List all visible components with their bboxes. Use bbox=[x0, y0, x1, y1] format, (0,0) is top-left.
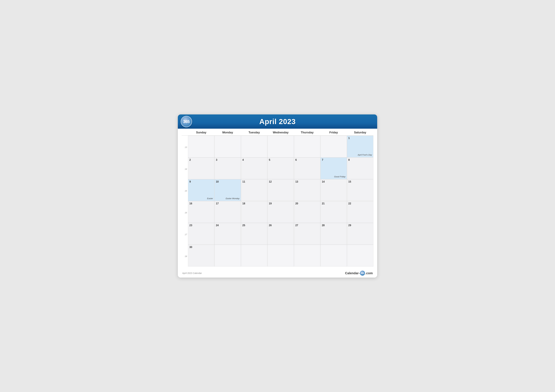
cal-cell-day-7: 7Good Friday bbox=[320, 157, 347, 179]
week-number-13: 13 bbox=[182, 145, 188, 149]
cal-cell-day-4: 4 bbox=[241, 157, 267, 179]
date-number: 29 bbox=[348, 224, 372, 227]
holiday-label-april-fool's-day: April Fool's Day bbox=[358, 154, 372, 156]
cal-cell-day-empty bbox=[347, 245, 373, 266]
cal-cell-day-22: 22 bbox=[347, 201, 373, 223]
day-header-saturday: Saturday bbox=[347, 129, 373, 135]
holiday-label-easter-monday: Easter Monday bbox=[226, 197, 239, 200]
date-number: 2 bbox=[189, 158, 213, 161]
date-number: 3 bbox=[216, 158, 239, 161]
date-number: 6 bbox=[295, 158, 319, 161]
date-number: 15 bbox=[348, 180, 372, 183]
date-number: 26 bbox=[269, 224, 292, 227]
date-number: 20 bbox=[295, 202, 319, 205]
cal-cell-day-6: 6 bbox=[294, 157, 320, 179]
cal-cell-day-12: 12 bbox=[267, 179, 294, 201]
date-number: 16 bbox=[189, 202, 213, 205]
cal-cell-day-2: 2 bbox=[188, 157, 214, 179]
date-number: 7 bbox=[322, 158, 345, 161]
cal-cell-day-11: 11 bbox=[241, 179, 267, 201]
date-number: 5 bbox=[269, 158, 292, 161]
cal-cell-day-16: 16 bbox=[188, 201, 214, 223]
calendar-page: 365 April 2023 Sunday Monday Tuesday Wed… bbox=[178, 114, 377, 278]
cal-cell-day-empty bbox=[188, 136, 214, 157]
date-number: 23 bbox=[189, 224, 213, 227]
cal-cell-day-20: 20 bbox=[294, 201, 320, 223]
date-number: 14 bbox=[322, 180, 345, 183]
cal-cell-day-empty bbox=[320, 245, 347, 266]
calendar-title: April 2023 bbox=[259, 117, 296, 126]
cal-cell-day-28: 28 bbox=[320, 223, 347, 245]
cal-cell-day-29: 29 bbox=[347, 223, 373, 245]
logo-text: 365 bbox=[183, 119, 190, 124]
date-number: 4 bbox=[242, 158, 266, 161]
cal-cell-day-10: 10Easter Monday bbox=[214, 179, 241, 201]
date-number: 1 bbox=[348, 137, 372, 140]
cal-cell-day-empty bbox=[294, 136, 320, 157]
logo-badge: 365 bbox=[181, 116, 192, 127]
cal-cell-day-1: 1April Fool's Day bbox=[347, 136, 373, 157]
week-number-16: 16 bbox=[182, 210, 188, 214]
day-header-tuesday: Tuesday bbox=[241, 129, 267, 135]
cal-cell-day-3: 3 bbox=[214, 157, 241, 179]
cal-cell-day-26: 26 bbox=[267, 223, 294, 245]
date-number: 10 bbox=[216, 180, 239, 183]
date-number: 12 bbox=[269, 180, 292, 183]
day-header-wednesday: Wednesday bbox=[267, 129, 294, 135]
date-number: 27 bbox=[295, 224, 319, 227]
cal-cell-day-empty bbox=[294, 245, 320, 266]
cal-cell-day-8: 8 bbox=[347, 157, 373, 179]
date-number: 11 bbox=[242, 180, 266, 183]
cal-cell-day-27: 27 bbox=[294, 223, 320, 245]
cal-cell-day-30: 30 bbox=[188, 245, 214, 266]
date-number: 19 bbox=[269, 202, 292, 205]
day-header-sunday: Sunday bbox=[188, 129, 214, 135]
cal-cell-day-18: 18 bbox=[241, 201, 267, 223]
footer-label: April 2023 Calendar bbox=[182, 272, 202, 274]
cal-cell-day-empty bbox=[214, 245, 241, 266]
week-number-15: 15 bbox=[182, 188, 188, 192]
cal-cell-day-23: 23 bbox=[188, 223, 214, 245]
cal-cell-day-25: 25 bbox=[241, 223, 267, 245]
week-num-header bbox=[182, 129, 188, 135]
day-header-friday: Friday bbox=[320, 129, 347, 135]
cal-cell-day-21: 21 bbox=[320, 201, 347, 223]
date-number: 9 bbox=[189, 180, 213, 183]
date-number: 17 bbox=[216, 202, 239, 205]
cal-cell-day-9: 9Easter bbox=[188, 179, 214, 201]
week-number-18: 18 bbox=[182, 254, 188, 257]
cal-cell-day-19: 19 bbox=[267, 201, 294, 223]
calendar-grid: 131April Fool's Day14234567Good Friday81… bbox=[182, 136, 373, 266]
date-number: 21 bbox=[322, 202, 345, 205]
cal-cell-day-empty bbox=[320, 136, 347, 157]
cal-cell-day-empty bbox=[241, 245, 267, 266]
calendar-body: Sunday Monday Tuesday Wednesday Thursday… bbox=[178, 129, 377, 269]
calendar-header: 365 April 2023 bbox=[178, 114, 377, 129]
cal-cell-day-17: 17 bbox=[214, 201, 241, 223]
holiday-label-easter: Easter bbox=[207, 197, 213, 200]
cal-cell-day-empty bbox=[267, 245, 294, 266]
date-number: 30 bbox=[189, 246, 213, 249]
cal-cell-day-14: 14 bbox=[320, 179, 347, 201]
cal-cell-day-5: 5 bbox=[267, 157, 294, 179]
cal-cell-day-15: 15 bbox=[347, 179, 373, 201]
day-headers-row: Sunday Monday Tuesday Wednesday Thursday… bbox=[182, 129, 373, 136]
date-number: 13 bbox=[295, 180, 319, 183]
cal-cell-day-13: 13 bbox=[294, 179, 320, 201]
brand-badge: 365 bbox=[360, 271, 365, 276]
day-header-monday: Monday bbox=[214, 129, 241, 135]
holiday-label-good-friday: Good Friday bbox=[334, 175, 345, 178]
cal-cell-day-empty bbox=[267, 136, 294, 157]
brand-suffix: .com bbox=[365, 271, 373, 275]
week-number-17: 17 bbox=[182, 232, 188, 236]
date-number: 28 bbox=[322, 224, 345, 227]
date-number: 18 bbox=[242, 202, 266, 205]
calendar-footer: April 2023 Calendar Calendar- 365 .com bbox=[178, 269, 377, 278]
date-number: 25 bbox=[242, 224, 266, 227]
cal-cell-day-empty bbox=[241, 136, 267, 157]
day-header-thursday: Thursday bbox=[294, 129, 320, 135]
date-number: 8 bbox=[348, 158, 372, 161]
cal-cell-day-empty bbox=[214, 136, 241, 157]
date-number: 22 bbox=[348, 202, 372, 205]
date-number: 24 bbox=[216, 224, 239, 227]
